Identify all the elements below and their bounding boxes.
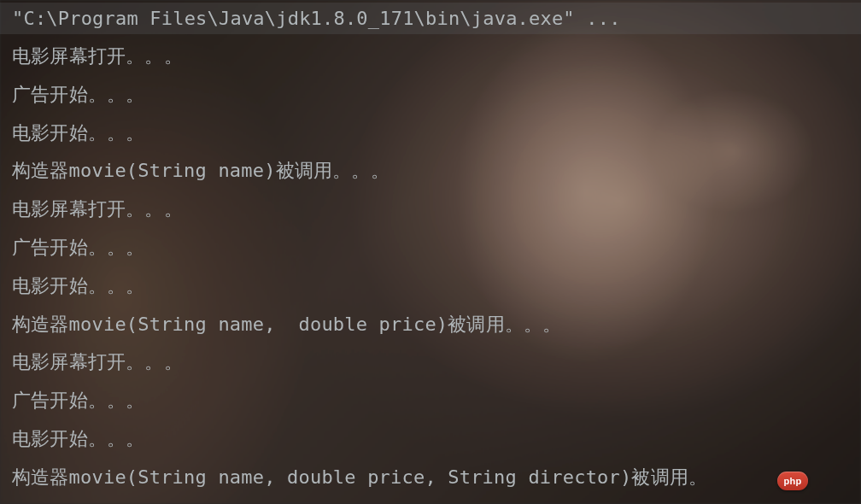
- console-output: "C:\Program Files\Java\jdk1.8.0_171\bin\…: [0, 0, 861, 504]
- console-line: 构造器movie(String name, double price, Stri…: [0, 459, 861, 497]
- console-line: 电影屏幕打开。。。: [0, 38, 861, 76]
- console-line: 电影屏幕打开。。。: [0, 190, 861, 229]
- console-line: 广告开始。。。: [0, 382, 861, 420]
- php-badge: php: [777, 472, 808, 490]
- console-line: 电影开始。。。: [0, 114, 861, 153]
- console-line: 构造器movie(String name, double price)被调用。。…: [0, 306, 861, 344]
- console-line: 构造器movie(String name)被调用。。。: [0, 152, 861, 190]
- console-line: 广告开始。。。: [0, 229, 861, 267]
- console-line: 电影开始。。。: [0, 420, 861, 459]
- console-line: 电影开始。。。: [0, 267, 861, 306]
- console-line: 电影屏幕打开。。。: [0, 343, 861, 382]
- console-command-line: "C:\Program Files\Java\jdk1.8.0_171\bin\…: [0, 3, 861, 34]
- console-line: 广告开始。。。: [0, 76, 861, 114]
- php-badge-label: php: [783, 476, 801, 486]
